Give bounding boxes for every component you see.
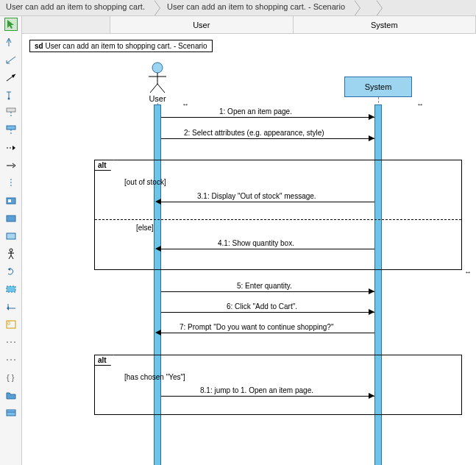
alt-guard-3[interactable]: [has chosen "Yes"] [124, 373, 185, 381]
svg-text:{}: {} [7, 321, 10, 325]
main-area: {} { } User System sd User can add an it… [0, 16, 476, 465]
line-tool-icon[interactable] [4, 53, 18, 66]
arrowhead-icon [155, 199, 161, 205]
lane-header-user[interactable]: User [110, 16, 294, 33]
message-1[interactable] [161, 117, 374, 118]
message-8-1-label[interactable]: 8.1: jump to 1. Open an item page. [200, 386, 313, 394]
resize-handle-icon[interactable]: ↔ [182, 100, 189, 108]
arrowhead-icon [155, 330, 161, 336]
breadcrumb-item-1[interactable]: User can add an item to shopping cart. [0, 0, 154, 15]
actor-icon [140, 62, 175, 93]
breadcrumb: User can add an item to shopping cart. U… [0, 0, 476, 16]
breadcrumb-item-2[interactable]: User can add an item to shopping cart. -… [154, 0, 354, 15]
return-tool-icon[interactable] [4, 300, 18, 313]
message-3-1[interactable] [161, 202, 374, 202]
svg-point-21 [10, 249, 13, 252]
message-5-label[interactable]: 5: Enter quantity. [237, 282, 292, 290]
message-2[interactable] [161, 138, 374, 139]
sd-title: User can add an item to shopping cart. -… [45, 42, 207, 50]
actor-tool-icon[interactable] [4, 247, 18, 260]
message-1-label[interactable]: 1: Open an item page. [219, 107, 292, 116]
arrowhead-icon [369, 114, 374, 120]
arrowhead-icon [155, 246, 161, 252]
box-light-tool-icon[interactable] [4, 230, 18, 243]
message-4-1-label[interactable]: 4.1: Show quantity box. [218, 239, 294, 247]
svg-point-37 [10, 359, 12, 361]
folder-tool-icon[interactable] [4, 388, 18, 402]
dashed-arrow-tool-icon[interactable] [4, 141, 18, 155]
svg-text:{ }: { } [7, 373, 15, 382]
sd-prefix: sd [35, 42, 43, 50]
svg-marker-14 [13, 146, 15, 150]
svg-rect-9 [7, 108, 15, 112]
alt-guard-2[interactable]: [else] [136, 224, 154, 232]
lane-header-system[interactable]: System [294, 16, 477, 33]
opt-tool-icon[interactable]: {} [4, 318, 18, 331]
alt-fragment-2[interactable]: alt [has chosen "Yes"] [94, 355, 462, 415]
canvas[interactable]: User System sd User can add an item to s… [22, 16, 476, 465]
svg-rect-19 [7, 216, 15, 221]
alt-divider [95, 219, 461, 220]
svg-point-8 [7, 98, 10, 100]
lane-header-spacer [22, 16, 110, 33]
box-blue-tool-icon[interactable] [4, 212, 18, 225]
solid-arrow-tool-icon[interactable] [4, 71, 18, 84]
svg-line-45 [150, 84, 157, 93]
svg-point-35 [14, 341, 15, 343]
anchor-tool-icon[interactable] [4, 88, 18, 102]
system-lifeline-box[interactable]: System [344, 77, 412, 97]
rect-tool-icon[interactable] [4, 283, 18, 296]
alt-tag: alt [94, 160, 114, 171]
svg-rect-27 [7, 286, 15, 292]
svg-point-42 [152, 63, 163, 73]
arrowhead-icon [369, 393, 374, 399]
select-tool-icon[interactable] [4, 18, 18, 31]
svg-line-46 [157, 84, 165, 93]
pointer-tool-icon[interactable] [4, 35, 18, 49]
arrowhead-icon [369, 288, 374, 294]
svg-line-1 [7, 57, 15, 63]
actor-user[interactable]: User [140, 62, 175, 103]
card-tool-icon[interactable] [4, 406, 18, 419]
alt-fragment-1[interactable]: alt [out of stock] [else] [94, 160, 462, 270]
box-tool-icon[interactable] [4, 194, 18, 207]
message-5[interactable] [161, 291, 374, 292]
message-3-1-label[interactable]: 3.1: Display "Out of stock" message. [197, 192, 316, 200]
svg-point-34 [10, 341, 12, 343]
brackets-tool-icon[interactable]: { } [4, 371, 18, 384]
tool-palette: {} { } [0, 16, 22, 465]
svg-line-24 [9, 255, 11, 259]
message-4-1[interactable] [161, 249, 374, 249]
sequence-diagram[interactable]: sd User can add an item to shopping cart… [22, 34, 476, 465]
lifeline-blue-tool-icon[interactable] [4, 124, 18, 137]
svg-marker-5 [12, 74, 15, 78]
svg-point-33 [7, 341, 8, 343]
actor-label: User [140, 94, 175, 103]
alt-guard-1[interactable]: [out of stock] [124, 178, 166, 186]
svg-line-25 [11, 255, 13, 259]
alt-tag: alt [94, 355, 114, 366]
message-6-label[interactable]: 6: Click "Add to Cart". [227, 302, 297, 310]
lifeline-tool-icon[interactable] [4, 106, 18, 119]
resize-handle-icon[interactable]: ↔ [464, 268, 472, 276]
vertical-dashed-tool-icon[interactable] [4, 177, 18, 190]
message-7-label[interactable]: 7: Prompt "Do you want to continue shopp… [180, 323, 333, 331]
resize-handle-icon[interactable]: ↔ [416, 100, 424, 108]
arrowhead-icon [369, 135, 374, 141]
message-6[interactable] [161, 312, 374, 313]
dots2-tool-icon[interactable] [4, 353, 18, 366]
svg-rect-11 [7, 126, 15, 129]
arrowhead-icon [369, 309, 374, 315]
message-7[interactable] [161, 333, 374, 333]
sd-frame-label[interactable]: sd User can add an item to shopping cart… [29, 40, 213, 52]
message-2-label[interactable]: 2: Select attributes (e.g. appearance, s… [184, 129, 324, 137]
svg-point-36 [7, 359, 8, 361]
dots-tool-icon[interactable] [4, 336, 18, 349]
svg-rect-20 [7, 233, 15, 239]
svg-rect-18 [8, 199, 11, 202]
right-arrow-tool-icon[interactable] [4, 159, 18, 172]
svg-rect-40 [7, 410, 15, 416]
svg-point-38 [14, 359, 15, 361]
message-8-1[interactable] [161, 396, 374, 397]
loop-tool-icon[interactable] [4, 265, 18, 278]
